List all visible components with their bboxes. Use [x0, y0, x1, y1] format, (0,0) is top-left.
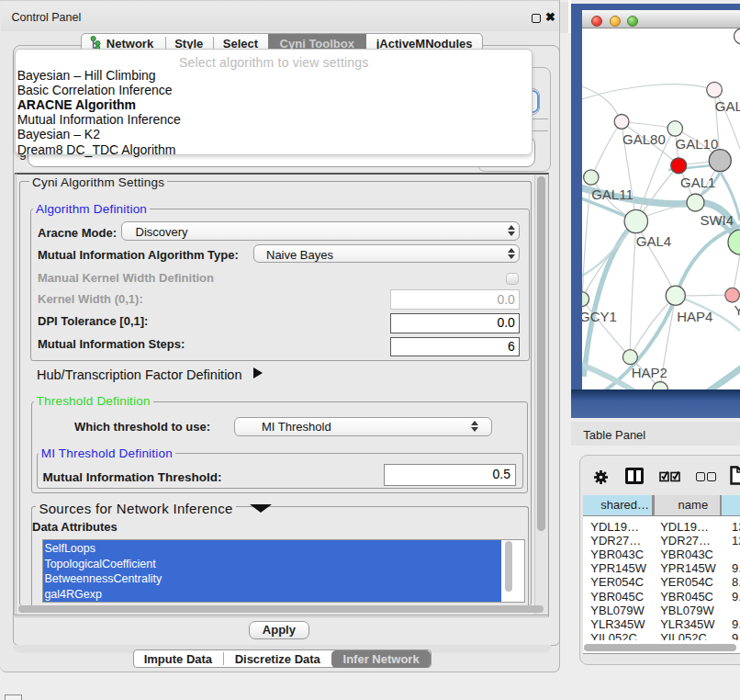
svg-text:GAL4: GAL4 — [636, 233, 671, 249]
svg-text:GAL1: GAL1 — [680, 175, 715, 190]
svg-text:SWI4: SWI4 — [700, 212, 734, 228]
svg-text:HAP2: HAP2 — [632, 365, 667, 380]
svg-text:HAP4: HAP4 — [677, 309, 712, 324]
svg-text:GAL10: GAL10 — [676, 136, 719, 152]
svg-text:GAL80: GAL80 — [622, 131, 666, 147]
svg-text:GCY1: GCY1 — [582, 309, 617, 324]
svg-text:GAL: GAL — [715, 98, 740, 114]
svg-text:GAL11: GAL11 — [591, 186, 633, 202]
svg-text:Y: Y — [734, 302, 740, 318]
